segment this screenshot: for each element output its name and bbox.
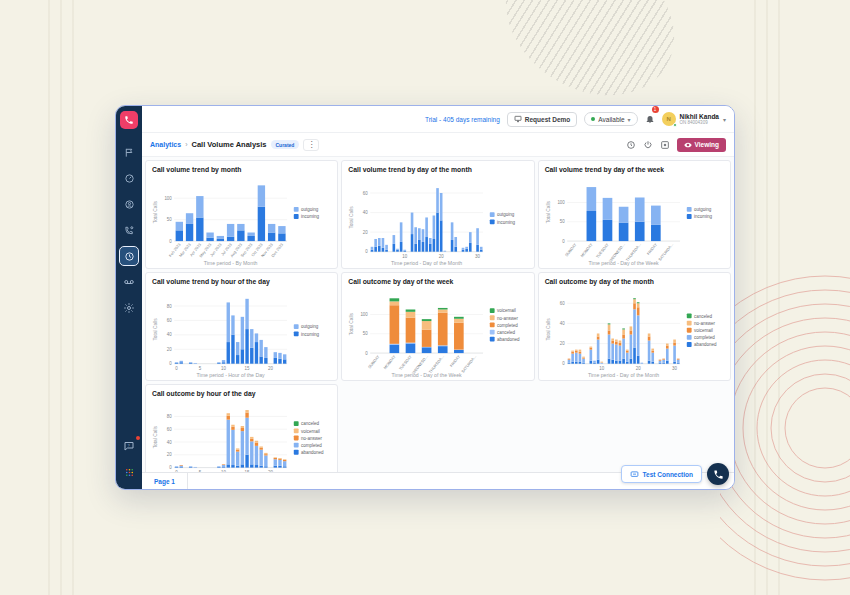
chart-canvas: 02040608005101520Total CallsTime period …: [152, 398, 333, 472]
refresh-button[interactable]: [643, 140, 653, 150]
more-options-button[interactable]: ⋮: [303, 139, 319, 151]
sidebar-item-app-grid[interactable]: [120, 463, 138, 481]
chart-canvas: 050100SUNDAYMONDAYTUESDAYWEDNESD...THURS…: [348, 286, 529, 381]
connection-icon: [630, 470, 639, 479]
user-menu[interactable]: N Nikhil Kanda ON 84004309 ▾: [662, 112, 726, 126]
svg-text:incoming: incoming: [301, 214, 320, 219]
svg-text:20: 20: [439, 254, 444, 259]
svg-text:100: 100: [361, 312, 369, 317]
toolbar: Analytics › Call Volume Analysis Curated…: [142, 133, 734, 157]
chart-card: Call volume trend by day of the week0501…: [538, 160, 731, 269]
app-logo[interactable]: [120, 111, 138, 129]
svg-text:canceled: canceled: [694, 314, 713, 319]
chart-title: Call volume trend by day of the month: [348, 166, 529, 173]
svg-text:Total Calls: Total Calls: [546, 318, 551, 341]
bell-icon: [645, 114, 655, 124]
svg-text:0: 0: [366, 351, 369, 356]
svg-text:abandoned: abandoned: [694, 342, 717, 347]
sidebar-item-voicemail[interactable]: [120, 273, 138, 291]
sidebar-item-campaigns[interactable]: [120, 143, 138, 161]
chart-card: Call volume trend by month050100Feb 2023…: [145, 160, 338, 269]
compass-icon: [124, 173, 135, 184]
svg-text:Time period - Day of the Week: Time period - Day of the Week: [392, 372, 462, 378]
dialer-fab[interactable]: [707, 463, 729, 485]
svg-text:voicemail: voicemail: [694, 328, 713, 333]
svg-text:40: 40: [560, 321, 565, 326]
svg-text:completed: completed: [497, 323, 518, 328]
svg-text:incoming: incoming: [694, 214, 713, 219]
svg-text:80: 80: [167, 414, 172, 419]
breadcrumb-analytics[interactable]: Analytics: [150, 141, 181, 148]
svg-text:20: 20: [363, 230, 368, 235]
svg-text:canceled: canceled: [301, 421, 320, 426]
svg-text:TUESDAY: TUESDAY: [595, 242, 609, 259]
trial-status: Trial - 405 days remaining: [425, 116, 500, 123]
page-tab[interactable]: Page 1: [142, 473, 188, 489]
svg-text:0: 0: [175, 366, 178, 371]
sidebar-item-analytics[interactable]: [120, 247, 138, 265]
sidebar-item-contacts[interactable]: [120, 195, 138, 213]
availability-dropdown[interactable]: Available ▾: [584, 112, 637, 126]
eye-icon: [684, 141, 692, 149]
svg-text:TUESDAY: TUESDAY: [399, 354, 413, 371]
present-button[interactable]: [660, 140, 670, 150]
svg-text:40: 40: [167, 332, 172, 337]
svg-text:60: 60: [167, 318, 172, 323]
svg-text:MONDAY: MONDAY: [384, 354, 398, 370]
svg-text:Time period - Day of the Month: Time period - Day of the Month: [588, 372, 659, 378]
history-button[interactable]: [626, 140, 636, 150]
svg-text:0: 0: [169, 465, 172, 470]
svg-text:no-answer: no-answer: [694, 321, 716, 326]
user-subtext: ON 84004309: [680, 120, 719, 125]
svg-text:50: 50: [363, 331, 368, 336]
page-title: Call Volume Analysis: [191, 140, 266, 149]
svg-text:Total Calls: Total Calls: [153, 426, 158, 449]
chart-card: Call volume trend by hour of the day0204…: [145, 272, 338, 381]
monitor-icon: [514, 115, 522, 123]
svg-text:MONDAY: MONDAY: [580, 242, 594, 258]
svg-text:20: 20: [167, 452, 172, 457]
svg-text:60: 60: [167, 427, 172, 432]
chart-canvas: 050100Feb 2023Mar 2023Apr 2023May 2023Ju…: [152, 174, 333, 269]
svg-text:incoming: incoming: [497, 220, 516, 225]
svg-text:SATURDA...: SATURDA...: [461, 355, 477, 374]
chart-card: Call volume trend by day of the month020…: [341, 160, 534, 269]
chevron-down-icon: ▾: [723, 116, 726, 123]
test-connection-button[interactable]: Test Connection: [621, 465, 702, 483]
online-status-dot: [673, 123, 677, 127]
svg-text:0: 0: [169, 361, 172, 366]
chart-grid: Call volume trend by month050100Feb 2023…: [145, 160, 731, 472]
circles-decoration: [720, 260, 850, 595]
viewing-button[interactable]: Viewing: [677, 138, 726, 152]
chart-card: Call outcome by day of the month02040601…: [538, 272, 731, 381]
svg-text:incoming: incoming: [301, 332, 320, 337]
svg-text:FRIDAY: FRIDAY: [646, 242, 658, 256]
chart-canvas: 050100SUNDAYMONDAYTUESDAYWEDNESD...THURS…: [545, 174, 726, 269]
svg-text:voicemail: voicemail: [301, 429, 320, 434]
svg-text:5: 5: [199, 366, 202, 371]
svg-text:60: 60: [560, 301, 565, 306]
chart-canvas: 0204060102030Total CallsTime period - Da…: [348, 174, 529, 269]
sidebar: ?: [116, 106, 142, 489]
sidebar-item-support-chat[interactable]: ?: [120, 437, 138, 455]
svg-text:0: 0: [366, 249, 369, 254]
sidebar-item-dashboard[interactable]: [120, 169, 138, 187]
sidebar-item-calls[interactable]: [120, 221, 138, 239]
notifications-button[interactable]: 1: [645, 110, 655, 128]
svg-text:40: 40: [363, 210, 368, 215]
svg-text:20: 20: [268, 366, 273, 371]
chart-title: Call outcome by day of the month: [545, 278, 726, 285]
chart-card: Call outcome by hour of the day020406080…: [145, 384, 338, 472]
sidebar-item-settings[interactable]: [120, 299, 138, 317]
request-demo-button[interactable]: Request Demo: [507, 112, 578, 127]
svg-text:20: 20: [635, 366, 640, 371]
chart-title: Call volume trend by hour of the day: [152, 278, 333, 285]
breadcrumb-separator: ›: [185, 141, 187, 148]
gear-icon: [123, 302, 135, 314]
chart-title: Call volume trend by day of the week: [545, 166, 726, 173]
svg-text:10: 10: [599, 366, 604, 371]
background: ? Trial - 405 days remaining Request Dem…: [0, 0, 850, 595]
svg-text:Total Calls: Total Calls: [153, 318, 158, 341]
svg-text:100: 100: [557, 200, 565, 205]
svg-text:10: 10: [221, 366, 226, 371]
